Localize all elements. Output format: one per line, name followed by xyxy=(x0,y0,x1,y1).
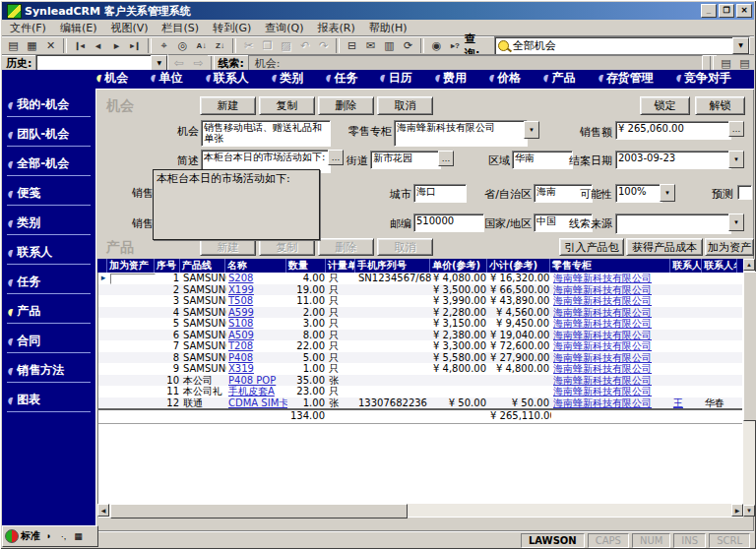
lock-button[interactable]: 锁定 xyxy=(640,96,690,115)
export-icon[interactable]: ✉ xyxy=(361,37,380,54)
cell-counter[interactable]: 海南蜂新科技有限公司 xyxy=(551,375,671,387)
product-copy-button[interactable]: 复制 xyxy=(259,238,315,256)
ime-mode-label[interactable]: 标准 xyxy=(21,529,40,543)
table-row[interactable]: 11本公司礼手机皮套A23.00只海南蜂新科技有限公司 xyxy=(98,386,742,397)
cell-counter[interactable]: 海南蜂新科技有限公司 xyxy=(551,363,671,375)
menu-item-edit[interactable]: 编辑(E) xyxy=(54,20,103,36)
cell-counter[interactable]: 海南蜂新科技有限公司 xyxy=(551,273,671,284)
sidebar-item-team-opportunity[interactable]: ◖团队-机会 xyxy=(7,124,91,147)
menu-item-query[interactable]: 查询(Q) xyxy=(259,20,309,36)
tab-opportunity[interactable]: ◖机会 xyxy=(94,70,130,90)
cell-counter[interactable]: 海南蜂新科技有限公司 xyxy=(551,318,671,330)
sidebar-item-my-opportunity[interactable]: ◖我的-机会 xyxy=(7,94,91,117)
close-date-dropdown-icon[interactable]: ▼ xyxy=(728,151,744,168)
undo-icon[interactable]: ↶ xyxy=(295,37,314,54)
query-combobox[interactable]: 全部机会 ▼ xyxy=(494,36,750,55)
cell-counter[interactable]: 海南蜂新科技有限公司 xyxy=(551,397,671,409)
table-row[interactable]: 6SAMSUNGA5098.00只¥ 2,380.00¥ 19,040.00海南… xyxy=(98,330,742,341)
cell-name[interactable]: P408 xyxy=(226,352,287,364)
column-header-qty[interactable]: 数量 xyxy=(286,259,326,273)
retail-counter-dropdown-icon[interactable]: ▼ xyxy=(524,121,539,139)
opportunity-input[interactable]: 销售移动电话、赠送礼品和单张 xyxy=(201,120,331,147)
column-header-last_name[interactable]: 联系人姓 xyxy=(670,259,702,273)
forecast-checkbox[interactable] xyxy=(737,185,752,200)
street-ellipsis-button[interactable]: … xyxy=(438,151,454,166)
column-header-first_name[interactable]: 联系人名 xyxy=(702,259,737,273)
sidebar-item-category[interactable]: ◖类别 xyxy=(7,213,91,235)
sidebar-item-contract[interactable]: ◖合同 xyxy=(7,331,91,353)
sort-descending-icon[interactable]: Z↓ xyxy=(211,37,229,54)
menu-item-report[interactable]: 报表(R) xyxy=(312,20,361,36)
ime-punctuation-icon[interactable]: ·, xyxy=(57,529,70,543)
cell-name[interactable]: A509 xyxy=(226,330,287,341)
paste-icon[interactable]: ▨ xyxy=(277,37,295,54)
edit-record-icon[interactable]: ▦ xyxy=(23,37,41,54)
cell-name[interactable]: T508 xyxy=(226,295,287,307)
street-input[interactable]: 新市花园 xyxy=(370,151,441,169)
cell-name[interactable]: X319 xyxy=(226,363,287,375)
column-header-no[interactable]: 序号 xyxy=(155,259,180,273)
restore-button[interactable]: ❐ xyxy=(719,4,734,18)
column-header-asset[interactable]: 加为资产 xyxy=(107,259,155,273)
table-row[interactable]: ▸1SAMSUNGS2084.00只SN1234567/68/¥ 4,080.0… xyxy=(98,273,742,284)
menu-item-goto[interactable]: 转到(G) xyxy=(207,20,257,36)
refresh-icon[interactable]: ⟳ xyxy=(399,37,417,54)
cell-last_name[interactable]: 王 xyxy=(671,397,703,409)
cell-counter[interactable]: 海南蜂新科技有限公司 xyxy=(551,295,671,307)
cell-name[interactable]: CDMA SIM卡 xyxy=(226,397,287,409)
column-header-serial[interactable]: 手机序列号 xyxy=(355,259,430,273)
minimize-button[interactable]: _ xyxy=(701,4,717,18)
table-row[interactable]: 7SAMSUNGT20822.00只¥ 3,300.00¥ 72,600.00海… xyxy=(98,340,742,352)
tab-contact[interactable]: ◖联系人 xyxy=(204,70,251,90)
menu-item-help[interactable]: 帮助(H) xyxy=(363,20,413,36)
first-record-icon[interactable]: ❙◂ xyxy=(70,37,89,54)
menu-item-file[interactable]: 文件(F) xyxy=(4,20,52,36)
last-record-icon[interactable]: ▸❙ xyxy=(126,37,145,54)
chevron-down-icon[interactable]: ▼ xyxy=(732,37,749,54)
copy-button[interactable]: 复制 xyxy=(259,96,315,115)
close-button[interactable]: ✕ xyxy=(736,4,752,18)
binoculars-icon[interactable]: ◉ xyxy=(427,37,446,54)
product-new-button[interactable]: 新建 xyxy=(200,238,256,256)
table-row[interactable]: 9SAMSUNGX3191.00只¥ 4,800.00¥ 4,800.00海南蜂… xyxy=(98,363,742,375)
retail-counter-input[interactable]: 海南蜂新科技有限公司 xyxy=(394,120,528,147)
redo-icon[interactable]: ↷ xyxy=(314,37,333,54)
prev-record-icon[interactable]: ◂ xyxy=(89,37,107,54)
scroll-right-icon[interactable]: ▶ xyxy=(731,504,743,517)
sidebar-item-sales-method[interactable]: ◖销售方法 xyxy=(7,360,91,383)
cell-counter[interactable]: 海南蜂新科技有限公司 xyxy=(551,330,671,341)
context-help-icon[interactable]: ▸? xyxy=(446,37,465,54)
cell-name[interactable]: T208 xyxy=(226,340,287,352)
cell-counter[interactable]: 海南蜂新科技有限公司 xyxy=(551,284,671,296)
table-row[interactable]: 12联通CDMA SIM卡1.00张13307682236¥ 50.00¥ 50… xyxy=(98,397,742,409)
horizontal-scrollbar[interactable]: ◀ ▶ xyxy=(97,504,743,517)
ime-keyboard-icon[interactable]: ▦ xyxy=(72,529,85,543)
new-button[interactable]: 新建 xyxy=(200,96,256,115)
asset-checkbox[interactable] xyxy=(110,274,156,284)
unlock-button[interactable]: 解锁 xyxy=(695,96,745,115)
table-row[interactable]: 8SAMSUNGP4085.00只¥ 5,580.00¥ 27,900.00海南… xyxy=(98,352,742,364)
cell-name[interactable]: S208 xyxy=(226,273,287,284)
delete-record-icon[interactable]: ✕ xyxy=(41,37,60,54)
cell-counter[interactable]: 海南蜂新科技有限公司 xyxy=(551,340,671,352)
cell-name[interactable]: A599 xyxy=(226,307,287,319)
column-header-subtotal[interactable]: 小计(参考) xyxy=(487,259,550,273)
column-header-name[interactable]: 名称 xyxy=(225,259,286,273)
sidebar-item-all-opportunity[interactable]: ◖全部-机会 xyxy=(7,153,91,176)
scroll-down-icon[interactable]: ▼ xyxy=(743,505,755,517)
get-product-cost-button[interactable]: 获得产品成本 xyxy=(626,238,703,256)
sidebar-item-notes[interactable]: ◖便笺 xyxy=(7,183,91,206)
cell-name[interactable]: 手机皮套A xyxy=(226,386,287,397)
tab-inventory[interactable]: ◖存货管理 xyxy=(597,70,656,90)
column-header-unit[interactable]: 计量单位 xyxy=(326,259,355,273)
table-row[interactable]: 2SAMSUNGX19919.00只¥ 3,500.00¥ 66,500.00海… xyxy=(98,284,742,296)
tab-company[interactable]: ◖单位 xyxy=(149,70,184,90)
table-row[interactable]: 3SAMSUNGT50811.00只¥ 3,990.00¥ 43,890.00海… xyxy=(98,295,742,307)
cell-name[interactable]: S108 xyxy=(226,318,287,330)
table-row[interactable]: 5SAMSUNGS1083.00只¥ 3,150.00¥ 9,450.00海南蜂… xyxy=(98,318,742,330)
column-header-line[interactable]: 产品线 xyxy=(180,259,225,273)
sidebar-item-product[interactable]: ◖产品 xyxy=(7,301,91,324)
sidebar-item-contact[interactable]: ◖联系人 xyxy=(7,242,91,265)
print-preview-icon[interactable]: ▥ xyxy=(380,37,399,54)
cell-name[interactable]: P408 POP xyxy=(226,375,287,387)
